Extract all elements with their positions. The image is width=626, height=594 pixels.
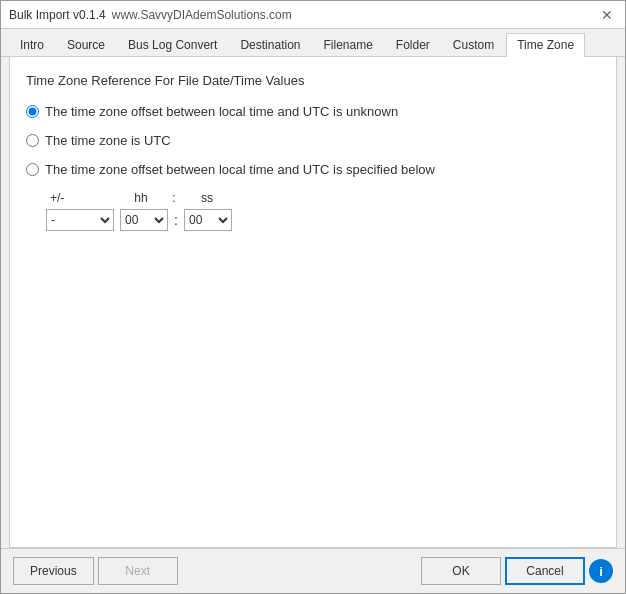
radio-specified[interactable] bbox=[26, 163, 39, 176]
offset-controls: - + 00 01 02 03 04 05 06 07 08 09 10 11 bbox=[46, 209, 600, 231]
content-area: Time Zone Reference For File Date/Time V… bbox=[9, 57, 617, 548]
tab-source[interactable]: Source bbox=[56, 33, 116, 56]
app-title: Bulk Import v0.1.4 bbox=[9, 8, 106, 22]
tab-timezone[interactable]: Time Zone bbox=[506, 33, 585, 57]
titlebar: Bulk Import v0.1.4 www.SavvyDIAdemSoluti… bbox=[1, 1, 625, 29]
radio-row-utc: The time zone is UTC bbox=[26, 133, 600, 148]
hh-select[interactable]: 00 01 02 03 04 05 06 07 08 09 10 11 12 bbox=[120, 209, 168, 231]
tab-filename[interactable]: Filename bbox=[312, 33, 383, 56]
titlebar-left: Bulk Import v0.1.4 www.SavvyDIAdemSoluti… bbox=[9, 8, 292, 22]
footer-left: Previous Next bbox=[13, 557, 178, 585]
tab-folder[interactable]: Folder bbox=[385, 33, 441, 56]
radio-row-unknown: The time zone offset between local time … bbox=[26, 104, 600, 119]
offset-header: +/- hh : ss bbox=[46, 191, 600, 205]
plus-minus-select[interactable]: - + bbox=[46, 209, 114, 231]
info-button[interactable]: i bbox=[589, 559, 613, 583]
hh-header: hh bbox=[116, 191, 166, 205]
colon-header: : bbox=[166, 191, 182, 205]
plus-minus-header: +/- bbox=[46, 191, 116, 205]
radio-group: The time zone offset between local time … bbox=[26, 104, 600, 177]
cancel-button[interactable]: Cancel bbox=[505, 557, 585, 585]
colon-separator: : bbox=[168, 212, 184, 228]
radio-unknown-label: The time zone offset between local time … bbox=[45, 104, 398, 119]
radio-row-specified: The time zone offset between local time … bbox=[26, 162, 600, 177]
section-title: Time Zone Reference For File Date/Time V… bbox=[26, 73, 600, 88]
tabs-bar: Intro Source Bus Log Convert Destination… bbox=[1, 29, 625, 57]
ok-button[interactable]: OK bbox=[421, 557, 501, 585]
footer: Previous Next OK Cancel i bbox=[1, 548, 625, 593]
main-window: Bulk Import v0.1.4 www.SavvyDIAdemSoluti… bbox=[0, 0, 626, 594]
next-button[interactable]: Next bbox=[98, 557, 178, 585]
ss-header: ss bbox=[182, 191, 232, 205]
close-button[interactable]: ✕ bbox=[597, 5, 617, 25]
tab-custom[interactable]: Custom bbox=[442, 33, 505, 56]
previous-button[interactable]: Previous bbox=[13, 557, 94, 585]
radio-utc-label: The time zone is UTC bbox=[45, 133, 171, 148]
ss-select[interactable]: 00 15 30 45 bbox=[184, 209, 232, 231]
tab-intro[interactable]: Intro bbox=[9, 33, 55, 56]
radio-specified-label: The time zone offset between local time … bbox=[45, 162, 435, 177]
tab-destination[interactable]: Destination bbox=[229, 33, 311, 56]
app-subtitle: www.SavvyDIAdemSolutions.com bbox=[112, 8, 292, 22]
tab-buslogconvert[interactable]: Bus Log Convert bbox=[117, 33, 228, 56]
radio-utc[interactable] bbox=[26, 134, 39, 147]
offset-section: +/- hh : ss - + 00 01 02 03 04 05 06 bbox=[46, 191, 600, 231]
footer-right: OK Cancel i bbox=[421, 557, 613, 585]
radio-unknown[interactable] bbox=[26, 105, 39, 118]
